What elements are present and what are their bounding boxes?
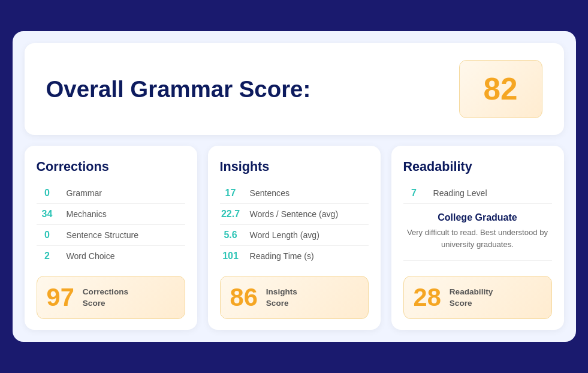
overall-card: Overall Grammar Score: 82 <box>25 43 564 135</box>
insights-sentences-row: 17 Sentences <box>220 183 369 204</box>
insights-card: Insights 17 Sentences 22.7 Words / Sente… <box>208 146 381 330</box>
corrections-grammar-value: 0 <box>37 188 58 198</box>
corrections-wordchoice-value: 2 <box>37 251 58 261</box>
corrections-mechanics-row: 34 Mechanics <box>37 204 185 225</box>
corrections-badge-number: 97 <box>47 285 74 310</box>
readability-level-row: 7 Reading Level <box>403 183 552 204</box>
corrections-card: Corrections 0 Grammar 34 Mechanics 0 Sen… <box>25 146 197 330</box>
corrections-score-badge: 97 Corrections Score <box>37 276 185 319</box>
insights-word-length-row: 5.6 Word Length (avg) <box>220 225 369 246</box>
overall-score-number: 82 <box>484 72 518 106</box>
insights-sentences-label: Sentences <box>250 188 290 198</box>
readability-grade-row: College Graduate Very difficult to read.… <box>403 204 552 260</box>
insights-reading-time-label: Reading Time (s) <box>250 251 314 261</box>
readability-level-label: Reading Level <box>433 188 487 198</box>
readability-description: Very difficult to read. Best understood … <box>403 224 552 255</box>
corrections-wordchoice-row: 2 Word Choice <box>37 246 185 266</box>
corrections-grammar-label: Grammar <box>67 188 102 198</box>
college-graduate-label: College Graduate <box>403 209 552 224</box>
corrections-badge-label: Corrections Score <box>83 286 128 309</box>
readability-card: Readability 7 Reading Level College Grad… <box>391 146 564 330</box>
insights-words-per-sentence-label: Words / Sentence (avg) <box>250 209 339 219</box>
readability-badge-number: 28 <box>414 285 441 310</box>
insights-title: Insights <box>220 159 369 175</box>
readability-metrics: 7 Reading Level College Graduate Very di… <box>403 183 552 266</box>
overall-score-box: 82 <box>459 60 542 118</box>
insights-badge-label: Insights Score <box>266 286 297 309</box>
corrections-mechanics-value: 34 <box>37 209 58 219</box>
corrections-sentence-value: 0 <box>37 230 58 240</box>
readability-score-badge: 28 Readability Score <box>403 276 552 319</box>
corrections-title: Corrections <box>37 159 185 175</box>
insights-badge-number: 86 <box>230 285 258 310</box>
main-container: Overall Grammar Score: 82 Corrections 0 … <box>13 31 576 342</box>
corrections-mechanics-label: Mechanics <box>67 209 107 219</box>
insights-word-length-label: Word Length (avg) <box>250 230 319 240</box>
corrections-metrics: 0 Grammar 34 Mechanics 0 Sentence Struct… <box>37 183 185 266</box>
insights-metrics: 17 Sentences 22.7 Words / Sentence (avg)… <box>220 183 369 266</box>
columns-container: Corrections 0 Grammar 34 Mechanics 0 Sen… <box>25 146 564 330</box>
insights-reading-time-row: 101 Reading Time (s) <box>220 246 369 266</box>
insights-reading-time-value: 101 <box>220 251 242 261</box>
insights-words-per-sentence-value: 22.7 <box>220 209 242 219</box>
corrections-sentence-row: 0 Sentence Structure <box>37 225 185 246</box>
readability-badge-label: Readability Score <box>450 286 493 309</box>
overall-title: Overall Grammar Score: <box>46 76 311 103</box>
corrections-wordchoice-label: Word Choice <box>67 251 115 261</box>
corrections-sentence-label: Sentence Structure <box>67 230 139 240</box>
corrections-grammar-row: 0 Grammar <box>37 183 185 204</box>
insights-words-per-sentence-row: 22.7 Words / Sentence (avg) <box>220 204 369 225</box>
readability-level-value: 7 <box>403 188 425 198</box>
insights-sentences-value: 17 <box>220 188 242 198</box>
readability-title: Readability <box>403 159 552 175</box>
insights-score-badge: 86 Insights Score <box>220 276 369 319</box>
insights-word-length-value: 5.6 <box>220 230 242 240</box>
